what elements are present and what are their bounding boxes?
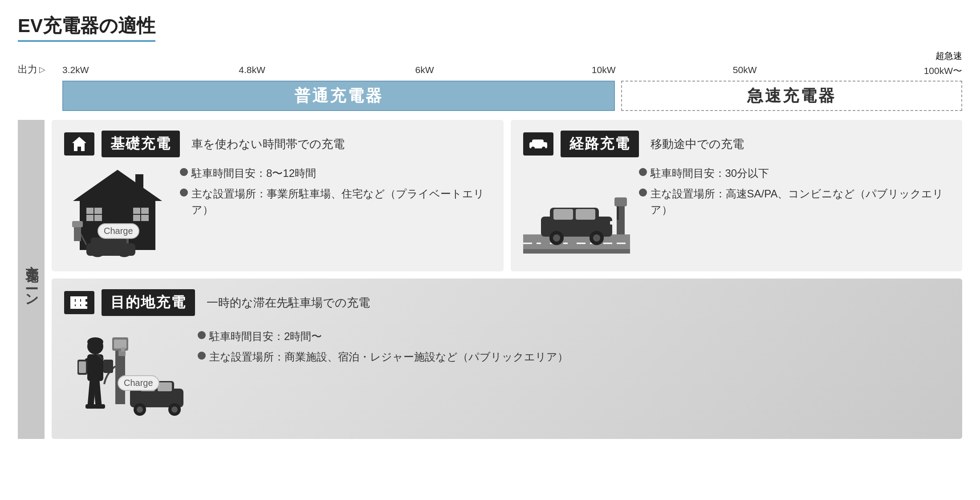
category-bar-container: 普通充電器 急速充電器 — [18, 81, 962, 111]
power-axis: 超急速 出力 ▷ 3.2kW 4.8kW 6kW 10kW 50kW 100kW… — [18, 50, 962, 111]
svg-rect-36 — [610, 221, 615, 225]
power-value-5: 50kW — [733, 65, 874, 77]
svg-rect-44 — [70, 302, 87, 304]
parking-icon — [69, 295, 89, 310]
keiro-description: 移動途中での充電 — [651, 136, 744, 152]
svg-rect-19 — [532, 139, 544, 145]
scenes-column: 基礎充電 車を使わない時間帯での充電 — [45, 120, 962, 439]
mokutekichi-illustration: Charge — [64, 324, 189, 428]
kiso-description: 車を使わない時間帯での充電 — [191, 136, 345, 152]
svg-rect-23 — [523, 249, 630, 254]
kiso-charge-bubble: Charge — [98, 223, 139, 239]
keiro-scene-card: 経路充電 移動途中での充電 — [511, 120, 963, 271]
kiso-scene-card: 基礎充電 車を使わない時間帯での充電 — [52, 120, 504, 271]
mokutekichi-description: 一時的な滞在先駐車場での充電 — [207, 295, 370, 311]
normal-charger-bar: 普通充電器 — [62, 81, 615, 111]
svg-rect-56 — [79, 361, 86, 373]
keiro-scene-header: 経路充電 移動途中での充電 — [523, 131, 950, 157]
keiro-bullets: 駐車時間目安：30分以下 主な設置場所：高速SA/PA、コンビニなど（パブリック… — [639, 165, 950, 222]
power-value-1: 3.2kW — [62, 65, 239, 77]
keiro-bullet-2: 主な設置場所：高速SA/PA、コンビニなど（パブリックエリア） — [639, 186, 950, 218]
power-tick-3 — [415, 50, 592, 63]
kiso-bullets: 駐車時間目安：8〜12時間 主な設置場所：事業所駐車場、住宅など（プライベートエ… — [180, 165, 491, 222]
mokutekichi-charge-bubble: Charge — [118, 375, 159, 391]
bullet-dot-4 — [639, 189, 647, 197]
power-tick-5 — [733, 50, 874, 63]
svg-point-66 — [137, 406, 143, 413]
mokutekichi-scene-card: 目的地充電 一時的な滞在先駐車場での充電 — [52, 279, 962, 439]
kiso-bullet-2: 主な設置場所：事業所駐車場、住宅など（プライベートエリア） — [180, 186, 491, 218]
mokutekichi-title: 目的地充電 — [102, 289, 195, 316]
svg-rect-34 — [553, 209, 573, 220]
bullet-dot-1 — [180, 168, 188, 176]
bullet-dot-2 — [180, 189, 188, 197]
keiro-illustration — [523, 165, 630, 261]
mokutekichi-bullets: 駐車時間目安：2時間〜 主な設置場所：商業施設、宿泊・レジャー施設など（パブリッ… — [198, 324, 950, 369]
keiro-title: 経路充電 — [561, 131, 639, 157]
bullet-dot-3 — [639, 168, 647, 176]
mokutekichi-bullet-2: 主な設置場所：商業施設、宿泊・レジャー施設など（パブリックエリア） — [198, 349, 950, 365]
svg-point-68 — [171, 406, 178, 413]
bullet-dot-5 — [198, 331, 206, 339]
svg-rect-17 — [72, 221, 83, 227]
svg-marker-1 — [73, 170, 162, 201]
kiso-illustration: Charge — [64, 165, 171, 261]
keiro-icon-box — [523, 132, 553, 156]
svg-point-31 — [553, 234, 560, 242]
ultra-fast-label: 超急速 — [874, 50, 962, 63]
car-icon — [529, 138, 548, 150]
keiro-body: 駐車時間目安：30分以下 主な設置場所：高速SA/PA、コンビニなど（パブリック… — [523, 165, 950, 261]
mokutekichi-body: Charge 駐車時間目安：2時間〜 主な設置場所：商業施設、宿泊・レジャー施設… — [64, 324, 950, 428]
power-value-2: 4.8kW — [239, 65, 415, 77]
svg-rect-43 — [70, 296, 87, 299]
svg-rect-35 — [576, 209, 595, 220]
mokutekichi-icon-box — [64, 291, 94, 314]
svg-rect-10 — [135, 174, 143, 190]
kiso-icon-box — [64, 132, 94, 156]
power-value-4: 10kW — [592, 65, 733, 77]
output-arrow: ▷ — [39, 65, 45, 74]
power-value-6: 100kW〜 — [874, 65, 962, 77]
svg-rect-62 — [121, 347, 125, 352]
svg-point-33 — [593, 234, 600, 242]
power-tick-1 — [62, 50, 239, 63]
power-tick-2 — [239, 50, 415, 63]
svg-rect-48 — [114, 340, 126, 348]
bullet-dot-6 — [198, 352, 206, 360]
kiso-scene-header: 基礎充電 車を使わない時間帯での充電 — [64, 131, 491, 157]
top-scenes-row: 基礎充電 車を使わない時間帯での充電 — [52, 120, 962, 271]
road-illustration — [523, 165, 630, 259]
svg-point-20 — [531, 147, 535, 150]
svg-rect-39 — [617, 206, 619, 220]
power-value-3: 6kW — [415, 65, 592, 77]
svg-rect-70 — [158, 382, 172, 391]
kiso-body: Charge 駐車時間目安：8〜12時間 主な設置場所：事業所駐車場、住宅など（… — [64, 165, 491, 261]
svg-point-50 — [87, 337, 103, 346]
kiso-title: 基礎充電 — [102, 131, 180, 157]
svg-rect-14 — [91, 238, 126, 247]
svg-rect-52 — [103, 360, 113, 373]
fast-charger-bar: 急速充電器 — [621, 81, 962, 111]
vertical-scene-label: 充電シーン — [18, 120, 45, 439]
svg-rect-38 — [614, 197, 627, 206]
kiso-bullet-1: 駐車時間目安：8〜12時間 — [180, 165, 491, 181]
keiro-bullet-1: 駐車時間目安：30分以下 — [639, 165, 950, 181]
mokutekichi-header: 目的地充電 一時的な滞在先駐車場での充電 — [64, 289, 950, 316]
page-title: EV充電器の適性 — [18, 13, 155, 42]
house-icon — [70, 135, 88, 153]
svg-rect-60 — [94, 404, 105, 409]
svg-rect-45 — [70, 306, 87, 309]
output-label: 出力 ▷ — [18, 63, 62, 79]
power-tick-4 — [592, 50, 733, 63]
mokutekichi-bullet-1: 駐車時間目安：2時間〜 — [198, 328, 950, 344]
house-illustration — [64, 165, 171, 259]
svg-marker-0 — [72, 137, 86, 151]
svg-rect-58 — [93, 380, 102, 407]
svg-point-21 — [542, 147, 545, 150]
main-content: 充電シーン 基礎充電 車を使わない時間帯での充電 — [18, 120, 962, 439]
